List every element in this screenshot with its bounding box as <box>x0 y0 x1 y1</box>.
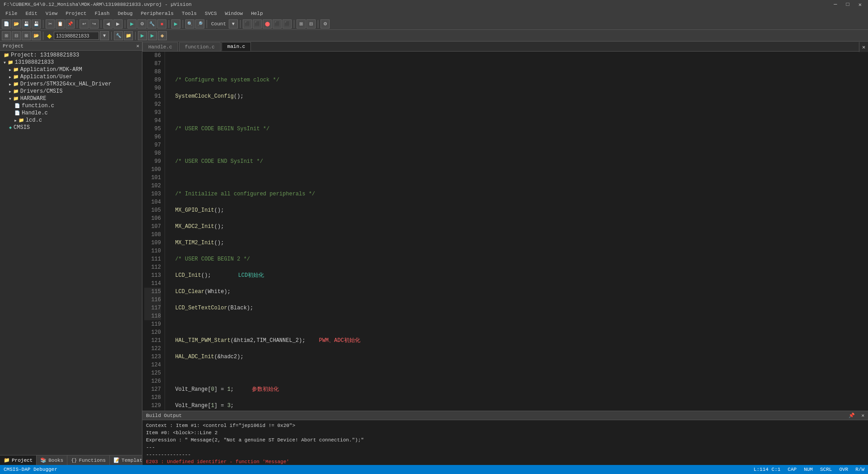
project-tree: 📁 Project: 131988821833 ▼ 📁 131988821833… <box>0 51 142 455</box>
menu-edit[interactable]: Edit <box>22 10 41 17</box>
proj-btn2[interactable]: ⊟ <box>12 31 21 40</box>
tree-node-app-mdk[interactable]: ▶ 📁 Application/MDK-ARM <box>0 66 142 73</box>
maximize-button[interactable]: □ <box>844 1 852 8</box>
translate-btn[interactable]: 🔧 <box>147 19 156 28</box>
folder-collapse-icon-2: ▶ <box>9 75 11 79</box>
proj-target-icon: ◆ <box>46 32 53 39</box>
redo-btn[interactable]: ↪ <box>90 19 99 28</box>
line-94: /* Initialize all configured peripherals… <box>169 190 864 198</box>
view-btn2[interactable]: ⊟ <box>307 19 316 28</box>
title-bar-controls[interactable]: — □ ✕ <box>831 1 864 8</box>
folder-expand-icon-hw: ▼ <box>9 97 11 101</box>
cut-btn[interactable]: ✂ <box>46 19 55 28</box>
tree-file-handle[interactable]: 📄 Handle.c <box>0 109 142 117</box>
code-editor[interactable]: 86 87 88 89 90 91 92 93 94 95 96 97 98 9… <box>142 52 868 411</box>
tree-file-lcd[interactable]: ▶ 📁 lcd.c <box>0 117 142 124</box>
menu-help[interactable]: Help <box>247 10 266 17</box>
menu-window[interactable]: Window <box>222 10 247 17</box>
status-debugger: CMSIS-DAP Debugger <box>4 467 57 472</box>
save-btn[interactable]: 💾 <box>22 19 31 28</box>
proj-dropdown-btn[interactable]: ▼ <box>100 31 109 40</box>
left-tab-functions[interactable]: {} Functions <box>67 455 110 465</box>
tree-node-hardware[interactable]: ▼ 📁 HARDWARE <box>0 95 142 102</box>
menu-file[interactable]: File <box>2 10 21 17</box>
proj-run-btn2[interactable]: ▶ <box>148 31 157 40</box>
target-btn5[interactable]: ⬛ <box>283 19 292 28</box>
build-all-btn[interactable]: ⚙ <box>137 19 146 28</box>
menu-tools[interactable]: Tools <box>178 10 200 17</box>
file-icon-handle: 📄 <box>14 110 20 116</box>
proj-btn3[interactable]: ⊞ <box>22 31 31 40</box>
minimize-button[interactable]: — <box>831 1 840 8</box>
stop-btn[interactable]: ■ <box>157 19 166 28</box>
target-btn3[interactable]: ⬤ <box>263 19 272 28</box>
project-name-input[interactable]: 131988821833 <box>54 32 99 40</box>
left-tab-books[interactable]: 📚 Books <box>37 455 67 465</box>
main-content: Project ✕ 📁 Project: 131988821833 ▼ 📁 13… <box>0 42 868 465</box>
build-output-pin[interactable]: 📌 <box>849 413 855 418</box>
menu-flash[interactable]: Flash <box>91 10 113 17</box>
line-96: MX_ADC2_Init(); <box>169 223 864 231</box>
build-output-header: Build Output 📌 ✕ <box>142 411 868 420</box>
tree-node-app-user[interactable]: ▶ 📁 Application/User <box>0 73 142 81</box>
proj-tools-btn1[interactable]: 🔧 <box>114 31 123 40</box>
build-output-close[interactable]: ✕ <box>861 413 864 418</box>
target-btn2[interactable]: ⬛ <box>253 19 262 28</box>
tree-node-drivers-cmsis[interactable]: ▶ 📁 Drivers/CMSIS <box>0 88 142 95</box>
count-dropdown-btn[interactable]: ▼ <box>229 19 238 28</box>
menu-peripherals[interactable]: Peripherals <box>137 10 177 17</box>
undo-btn[interactable]: ↩ <box>80 19 89 28</box>
settings-btn[interactable]: ⚙ <box>321 19 330 28</box>
new-file-btn[interactable]: 📄 <box>2 19 11 28</box>
build-output-title: Build Output <box>146 413 182 418</box>
save-all-btn[interactable]: 💾 <box>32 19 41 28</box>
find-replace-btn[interactable]: 🔎 <box>195 19 204 28</box>
copy-btn[interactable]: 📋 <box>56 19 65 28</box>
editor-tab-function[interactable]: function.c <box>179 42 221 51</box>
proj-tools-btn2[interactable]: 📁 <box>124 31 133 40</box>
menu-svcs[interactable]: SVCS <box>201 10 220 17</box>
editor-tab-handle[interactable]: Handle.c <box>142 42 178 51</box>
folder-collapse-icon-1: ▶ <box>9 68 11 72</box>
left-panel-controls[interactable]: ✕ <box>136 43 139 49</box>
tree-node-cmsis[interactable]: ◆ CMSIS <box>0 124 142 131</box>
sep6 <box>183 20 183 28</box>
left-tab-project-icon: 📁 <box>4 457 10 463</box>
left-panel-tabs: 📁 Project 📚 Books {} Functions 📝 Templat… <box>0 455 142 465</box>
tree-file-function[interactable]: 📄 function.c <box>0 102 142 109</box>
menu-debug[interactable]: Debug <box>114 10 136 17</box>
editor-tabs: Handle.c function.c main.c ✕ <box>142 42 868 52</box>
menu-project[interactable]: Project <box>62 10 90 17</box>
tree-node-root[interactable]: ▼ 📁 131988821833 <box>0 59 142 66</box>
tree-node-drivers-hal[interactable]: ▶ 📁 Drivers/STM32G4xx_HAL_Driver <box>0 81 142 88</box>
proj-btn1[interactable]: ⊞ <box>2 31 11 40</box>
target-btn4[interactable]: ⬛ <box>273 19 282 28</box>
back-btn[interactable]: ◀ <box>104 19 113 28</box>
search-btn[interactable]: 🔍 <box>185 19 194 28</box>
status-num: NUM <box>804 467 813 472</box>
editor-tab-close-btn[interactable]: ✕ <box>859 42 868 52</box>
code-content[interactable]: /* Configure the system clock */ SystemC… <box>165 52 868 411</box>
target-btn1[interactable]: ⬛ <box>243 19 252 28</box>
tree-root-project[interactable]: 📁 Project: 131988821833 <box>0 52 142 59</box>
left-tab-project[interactable]: 📁 Project <box>0 455 37 465</box>
build-btn[interactable]: ▶ <box>127 19 137 28</box>
folder-icon-root: 📁 <box>8 60 13 65</box>
paste-btn[interactable]: 📌 <box>66 19 75 28</box>
folder-icon-1: 📁 <box>13 67 19 72</box>
folder-expand-icon: ▼ <box>4 61 6 65</box>
menu-view[interactable]: View <box>42 10 61 17</box>
open-btn[interactable]: 📂 <box>12 19 21 28</box>
editor-tab-main[interactable]: main.c <box>222 42 251 51</box>
build-line-5: --------------- <box>146 451 864 458</box>
fwd-btn[interactable]: ▶ <box>113 19 123 28</box>
left-tab-project-label: Project <box>12 458 33 463</box>
debug-btn[interactable]: ▶ <box>171 19 180 28</box>
status-right: L:114 C:1 CAP NUM SCRL OVR R/W <box>754 467 864 472</box>
proj-run-btn3[interactable]: ◆ <box>158 31 167 40</box>
close-button[interactable]: ✕ <box>856 1 864 8</box>
build-output-controls: 📌 ✕ <box>849 412 864 418</box>
view-btn1[interactable]: ⊞ <box>297 19 306 28</box>
proj-btn4[interactable]: 📂 <box>32 31 41 40</box>
proj-run-btn[interactable]: ▶ <box>138 31 147 40</box>
